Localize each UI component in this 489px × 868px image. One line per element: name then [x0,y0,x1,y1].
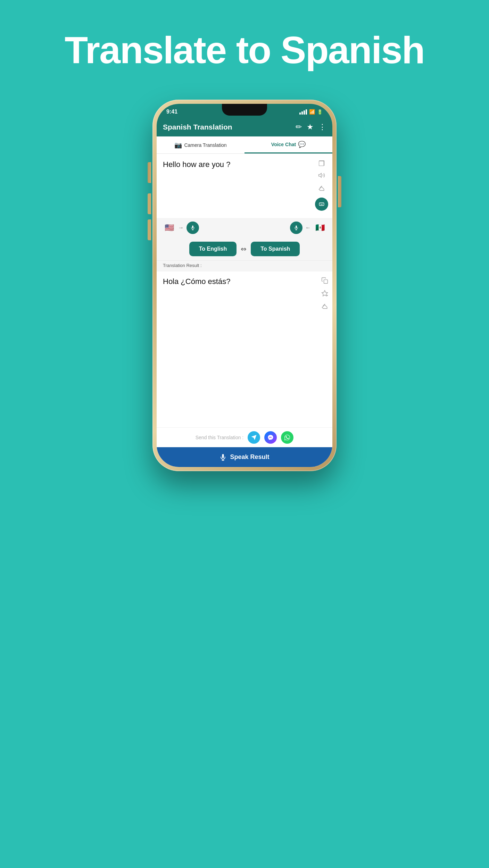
result-text: Hola ¿Cómo estás? [163,277,318,311]
telegram-share-btn[interactable] [248,431,260,444]
target-mic-btn[interactable] [290,222,302,234]
camera-icon: 📷 [174,141,182,149]
app-header-title: Spanish Translation [163,123,232,131]
source-mic-btn[interactable] [187,222,199,234]
result-eraser-icon[interactable] [321,303,328,311]
page-title: Translate to Spanish [65,28,424,72]
input-text[interactable]: Hello how are you ? [163,159,312,212]
status-bar: 9:41 📶 🔋 [157,104,332,118]
pencil-icon[interactable]: ✏ [296,123,302,132]
input-actions: ❐ [312,159,328,212]
star-icon[interactable]: ★ [307,123,314,132]
result-label: Translation Result : [157,260,332,272]
swap-icon[interactable]: ⇔ [241,245,247,253]
svg-rect-1 [319,203,324,206]
tab-camera-label: Camera Translation [184,142,226,148]
result-actions [318,277,328,311]
share-label: Send this Translation : [196,435,244,440]
input-area: Hello how are you ? ❐ [157,154,332,218]
svg-marker-0 [319,173,322,177]
to-english-button[interactable]: To English [189,242,237,256]
eraser-icon[interactable] [318,185,325,193]
target-lang: ← 🇲🇽 [290,222,326,234]
chat-icon: 💬 [298,141,306,148]
lang-row: 🇺🇸 → [157,218,332,237]
battery-icon: 🔋 [317,109,323,115]
notch [222,104,267,116]
signal-icon [299,109,307,115]
translate-btns: To English ⇔ To Spanish [157,237,332,260]
arrow-left-icon: ← [305,225,311,231]
wifi-icon: 📶 [309,109,315,115]
tab-camera[interactable]: 📷 Camera Translation [157,136,244,153]
result-copy-icon[interactable] [321,277,328,286]
app-header: Spanish Translation ✏ ★ ⋮ [157,118,332,136]
volume-icon[interactable] [318,172,325,181]
share-row: Send this Translation : [157,427,332,447]
phone-shell: 9:41 📶 🔋 Spanish Translation ✏ ★ ⋮ [152,100,337,471]
keyboard-btn[interactable] [315,198,328,211]
tab-voice-label: Voice Chat [271,142,296,147]
result-area: Hola ¿Cómo estás? [157,272,332,317]
copy-icon[interactable]: ❐ [318,159,325,168]
status-icons: 📶 🔋 [299,109,323,115]
speak-btn-label: Speak Result [230,453,269,461]
source-flag: 🇺🇸 [163,222,175,234]
to-spanish-button[interactable]: To Spanish [251,242,300,256]
more-icon[interactable]: ⋮ [318,123,326,132]
status-time: 9:41 [166,109,177,115]
whatsapp-share-btn[interactable] [281,431,293,444]
tabs-bar: 📷 Camera Translation Voice Chat 💬 [157,136,332,154]
spacer [157,317,332,427]
speak-result-btn[interactable]: Speak Result [157,447,332,467]
phone-screen: 9:41 📶 🔋 Spanish Translation ✏ ★ ⋮ [157,104,332,467]
source-lang: 🇺🇸 → [163,222,199,234]
target-flag: 🇲🇽 [314,222,326,234]
arrow-right-icon: → [178,225,184,231]
header-icons: ✏ ★ ⋮ [296,123,326,132]
svg-rect-11 [324,280,328,284]
result-star-add-icon[interactable] [321,290,328,299]
messenger-share-btn[interactable] [264,431,277,444]
tab-voice[interactable]: Voice Chat 💬 [244,136,332,153]
